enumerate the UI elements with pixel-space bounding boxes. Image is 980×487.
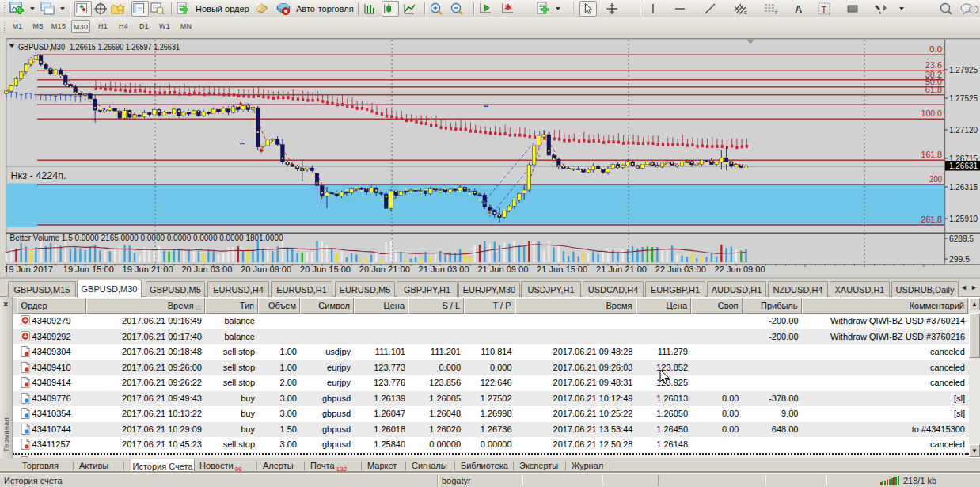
svg-text:1.27120: 1.27120 bbox=[949, 126, 978, 135]
svg-text:1.25910: 1.25910 bbox=[949, 215, 978, 223]
svg-text:261.8: 261.8 bbox=[921, 215, 943, 224]
svg-text:20 Jun 21:00: 20 Jun 21:00 bbox=[359, 265, 410, 274]
svg-text:0.0: 0.0 bbox=[929, 45, 942, 54]
svg-text:1.26631: 1.26631 bbox=[949, 162, 978, 170]
svg-text:299.5: 299.5 bbox=[949, 255, 970, 264]
svg-text:22 Jun 09:00: 22 Jun 09:00 bbox=[715, 265, 765, 274]
svg-text:T: T bbox=[822, 5, 827, 14]
svg-text:6289.5: 6289.5 bbox=[949, 234, 974, 243]
svg-text:21 Jun 09:00: 21 Jun 09:00 bbox=[477, 265, 528, 274]
svg-text:21 Jun 03:00: 21 Jun 03:00 bbox=[419, 265, 469, 274]
svg-text:20 Jun 09:00: 20 Jun 09:00 bbox=[241, 265, 291, 274]
svg-text:23.6: 23.6 bbox=[925, 61, 943, 70]
svg-text:GBPUSD,M30: GBPUSD,M30 bbox=[18, 43, 65, 51]
svg-text:1.26315: 1.26315 bbox=[949, 183, 978, 192]
svg-text:1.27925: 1.27925 bbox=[949, 66, 978, 74]
svg-text:22 Jun 03:00: 22 Jun 03:00 bbox=[655, 265, 706, 274]
svg-text:20 Jun 03:00: 20 Jun 03:00 bbox=[181, 265, 232, 274]
svg-text:19 Jun 15:00: 19 Jun 15:00 bbox=[63, 265, 114, 274]
svg-text:A: A bbox=[795, 3, 803, 15]
svg-text:F: F bbox=[775, 10, 778, 15]
svg-text:161.8: 161.8 bbox=[921, 150, 943, 159]
svg-text:21 Jun 21:00: 21 Jun 21:00 bbox=[596, 265, 647, 274]
svg-text:1.26615 1.26690 1.26597 1.2663: 1.26615 1.26690 1.26597 1.26631 bbox=[70, 43, 180, 51]
svg-text:1.27525: 1.27525 bbox=[949, 94, 978, 103]
svg-text:21 Jun 15:00: 21 Jun 15:00 bbox=[537, 265, 587, 274]
svg-text:100.0: 100.0 bbox=[921, 109, 943, 118]
svg-text:200: 200 bbox=[929, 175, 942, 184]
svg-text:19 Jun 21:00: 19 Jun 21:00 bbox=[123, 265, 173, 274]
svg-text:19 Jun 2017: 19 Jun 2017 bbox=[4, 265, 53, 274]
svg-text:61.8: 61.8 bbox=[925, 86, 943, 94]
svg-text:Нкз - 4224п.: Нкз - 4224п. bbox=[11, 170, 66, 181]
svg-text:E: E bbox=[744, 10, 747, 15]
svg-text:20 Jun 15:00: 20 Jun 15:00 bbox=[300, 265, 351, 274]
svg-text:Better Volume 1.5 0.0000 2165.: Better Volume 1.5 0.0000 2165.0000 0.000… bbox=[10, 234, 283, 242]
